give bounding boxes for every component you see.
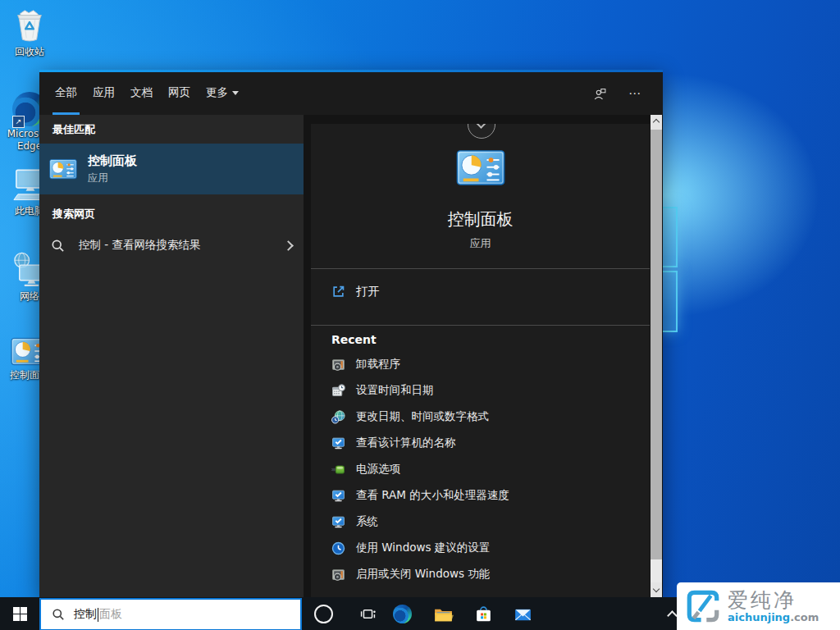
search-detail-pane: 控制面板 应用 打开 Recent 卸载程序 设置时间和日期 <box>304 115 663 597</box>
scrollbar[interactable] <box>651 115 662 597</box>
taskbar-search-box[interactable]: 控制 面板 <box>39 598 302 630</box>
recent-item-label: 启用或关闭 Windows 功能 <box>356 567 490 582</box>
microsoft-store-icon <box>473 605 494 623</box>
divider <box>311 268 650 269</box>
recent-item[interactable]: 启用或关闭 Windows 功能 <box>311 561 650 587</box>
recent-item-label: 更改日期、时间或数字格式 <box>356 409 489 424</box>
search-icon <box>51 239 65 253</box>
recent-item-label: 查看 RAM 的大小和处理器速度 <box>356 488 509 503</box>
chevron-right-icon <box>283 240 294 251</box>
recent-item[interactable]: 查看该计算机的名称 <box>311 430 650 456</box>
search-autocomplete-suggestion: 面板 <box>99 607 122 622</box>
app-subtitle: 应用 <box>470 236 491 251</box>
watermark-domain: aichunjing.com <box>728 611 819 623</box>
section-search-web: 搜索网页 <box>39 194 304 229</box>
windows-logo-icon <box>13 607 27 621</box>
search-results-list: 最佳匹配 控制面板 应用 搜索网页 控制 - 查看网络搜索结果 <box>39 115 304 597</box>
search-panel-header: 全部 应用 文档 网页 更多 ⋯ <box>39 72 663 115</box>
text-caret <box>98 608 98 622</box>
recent-item-label: 查看该计算机的名称 <box>356 436 456 450</box>
system-icon <box>331 489 345 503</box>
file-explorer-icon <box>433 605 454 623</box>
recycle-bin-icon <box>11 7 48 44</box>
edge-icon <box>393 605 412 623</box>
recent-item-label: 卸载程序 <box>356 357 400 372</box>
section-best-match: 最佳匹配 <box>39 115 304 144</box>
cortana-button[interactable] <box>305 597 341 630</box>
recent-item[interactable]: 卸载程序 <box>311 351 650 377</box>
aichunjing-logo-icon <box>686 589 720 623</box>
recent-item[interactable]: 设置时间和日期 <box>311 377 650 404</box>
desktop-icon-recycle-bin[interactable]: 回收站 <box>2 7 57 58</box>
web-search-result[interactable]: 控制 - 查看网络搜索结果 <box>39 229 304 262</box>
chevron-up-icon <box>667 610 678 621</box>
task-view-icon <box>360 607 376 621</box>
desktop-icon-label: 回收站 <box>2 46 57 58</box>
search-input-value[interactable]: 控制 <box>74 607 97 622</box>
best-match-result-control-panel[interactable]: 控制面板 应用 <box>39 144 304 194</box>
region-icon <box>331 410 345 424</box>
shortcut-arrow-icon: ↗ <box>12 116 25 128</box>
control-panel-icon-large <box>456 149 505 187</box>
open-action[interactable]: 打开 <box>311 276 650 307</box>
recent-item[interactable]: 查看 RAM 的大小和处理器速度 <box>311 482 650 509</box>
programs-icon <box>331 568 345 582</box>
search-icon <box>52 608 65 621</box>
more-options-icon[interactable]: ⋯ <box>628 86 643 101</box>
recent-item-label: 设置时间和日期 <box>356 383 434 398</box>
suggested-settings-icon <box>331 541 345 555</box>
detail-content: 控制面板 应用 打开 Recent 卸载程序 设置时间和日期 <box>311 124 650 597</box>
recent-item-label: 系统 <box>356 514 378 529</box>
start-button[interactable] <box>0 597 39 630</box>
web-search-label: 控制 - 查看网络搜索结果 <box>79 238 200 253</box>
tab-apps[interactable]: 应用 <box>90 72 117 115</box>
wallpaper-window-pane <box>660 207 678 267</box>
mail-icon <box>513 605 533 623</box>
control-panel-icon <box>49 158 77 180</box>
chevron-down-icon <box>232 91 239 95</box>
taskbar-store-button[interactable] <box>465 597 501 630</box>
power-icon <box>331 463 345 477</box>
wallpaper-window-pane <box>660 271 678 332</box>
open-label: 打开 <box>356 284 380 299</box>
watermark-badge: 爱纯净 aichunjing.com <box>677 582 840 630</box>
search-flyout-panel: 全部 应用 文档 网页 更多 ⋯ 最佳匹配 控制面板 应用 搜索网页 控制 - … <box>39 70 663 597</box>
recent-item-label: 电源选项 <box>356 462 400 477</box>
system-icon <box>331 436 345 450</box>
task-view-button[interactable] <box>349 597 386 630</box>
system-icon <box>331 515 345 529</box>
scrollbar-thumb[interactable] <box>651 130 662 559</box>
taskbar-mail-button[interactable] <box>504 597 541 630</box>
result-subtitle: 应用 <box>88 171 137 185</box>
tab-more[interactable]: 更多 <box>203 72 241 115</box>
watermark-brand: 爱纯净 <box>728 590 819 611</box>
user-account-icon[interactable] <box>593 87 607 101</box>
taskbar-edge-button[interactable] <box>384 597 420 630</box>
tab-all[interactable]: 全部 <box>52 72 80 115</box>
datetime-icon <box>331 384 345 398</box>
scrollbar-up-button[interactable] <box>651 115 662 130</box>
recent-section-title: Recent <box>311 333 650 351</box>
divider <box>311 325 650 326</box>
open-icon <box>331 285 345 299</box>
recent-item[interactable]: 电源选项 <box>311 456 650 482</box>
recent-item[interactable]: 更改日期、时间或数字格式 <box>311 404 650 430</box>
cortana-icon <box>314 605 333 623</box>
app-hero: 控制面板 应用 <box>311 124 650 251</box>
scrollbar-down-button[interactable] <box>651 582 662 597</box>
tab-web[interactable]: 网页 <box>166 72 193 115</box>
chevron-down-icon <box>653 586 660 592</box>
app-title: 控制面板 <box>448 208 514 231</box>
chevron-down-icon <box>476 124 486 129</box>
chevron-up-icon <box>653 119 660 126</box>
recent-item[interactable]: 系统 <box>311 509 650 535</box>
result-title: 控制面板 <box>88 153 137 169</box>
recent-item[interactable]: 使用 Windows 建议的设置 <box>311 535 650 561</box>
taskbar-file-explorer-button[interactable] <box>425 597 461 630</box>
tab-documents[interactable]: 文档 <box>128 72 155 115</box>
recent-item-label: 使用 Windows 建议的设置 <box>356 541 490 555</box>
programs-icon <box>331 358 345 372</box>
search-filter-tabs: 全部 应用 文档 网页 更多 <box>39 72 241 115</box>
